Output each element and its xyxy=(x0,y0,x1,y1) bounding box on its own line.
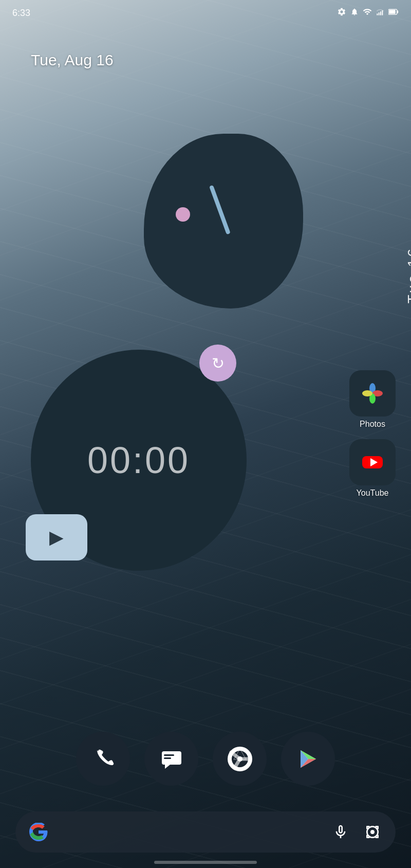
svg-point-10 xyxy=(362,390,372,396)
svg-rect-1 xyxy=(379,12,380,15)
clock-minute-dot xyxy=(176,207,190,222)
right-app-icons: Photos YouTube xyxy=(349,370,396,498)
timer-play-button[interactable]: ▶ xyxy=(26,514,87,560)
chrome-icon-svg xyxy=(227,746,253,772)
timer-display: 00:00 xyxy=(87,439,190,481)
playstore-dock-icon[interactable] xyxy=(281,732,335,786)
battery-icon xyxy=(388,8,399,17)
voice-search-button[interactable] xyxy=(328,819,353,845)
dock xyxy=(0,732,411,786)
notification-icon xyxy=(350,8,359,18)
svg-rect-14 xyxy=(164,754,174,756)
phone-icon-svg xyxy=(90,746,116,772)
playstore-icon-svg xyxy=(295,746,321,772)
svg-rect-0 xyxy=(377,13,378,15)
photos-app-icon[interactable]: Photos xyxy=(349,370,396,429)
settings-icon xyxy=(337,7,346,19)
refresh-icon: ↻ xyxy=(212,354,225,372)
google-g-icon[interactable] xyxy=(26,819,51,845)
microphone-icon-svg xyxy=(332,824,349,840)
navigation-hint xyxy=(154,861,257,864)
messages-dock-icon[interactable] xyxy=(144,732,198,786)
wifi-icon xyxy=(363,7,372,19)
status-icons xyxy=(337,7,399,19)
svg-rect-6 xyxy=(389,10,396,14)
svg-marker-16 xyxy=(165,765,170,769)
svg-rect-15 xyxy=(164,757,171,759)
timer-widget[interactable]: ↻ 00:00 ▶ xyxy=(31,350,247,571)
clock-hand xyxy=(209,185,231,235)
photos-icon-circle xyxy=(349,370,396,417)
date-label: Tue, Aug 16 xyxy=(31,51,114,69)
svg-rect-2 xyxy=(380,11,381,15)
signal-icon xyxy=(376,8,384,18)
lens-search-button[interactable] xyxy=(360,819,385,845)
status-time: 6:33 xyxy=(12,8,30,19)
status-bar: 6:33 xyxy=(0,0,411,26)
svg-rect-3 xyxy=(382,10,383,15)
timer-refresh-button[interactable]: ↻ xyxy=(199,345,236,382)
photos-icon-svg xyxy=(360,381,385,406)
google-logo-svg xyxy=(29,823,48,841)
clock-blob xyxy=(144,134,303,309)
lens-icon-svg xyxy=(364,824,381,840)
youtube-app-icon[interactable]: YouTube xyxy=(349,439,396,498)
chrome-dock-icon[interactable] xyxy=(213,732,267,786)
messages-icon-svg xyxy=(159,746,184,772)
youtube-label: YouTube xyxy=(357,489,389,498)
youtube-icon-circle xyxy=(349,439,396,485)
svg-rect-5 xyxy=(397,11,399,13)
photos-label: Photos xyxy=(360,420,385,429)
youtube-icon-svg xyxy=(360,450,385,475)
phone-dock-icon[interactable] xyxy=(76,732,130,786)
svg-point-25 xyxy=(370,830,375,834)
play-icon: ▶ xyxy=(49,527,64,548)
search-bar[interactable] xyxy=(15,811,396,853)
clock-widget[interactable] xyxy=(144,134,303,309)
rotated-date: Tue 16 xyxy=(405,247,411,303)
